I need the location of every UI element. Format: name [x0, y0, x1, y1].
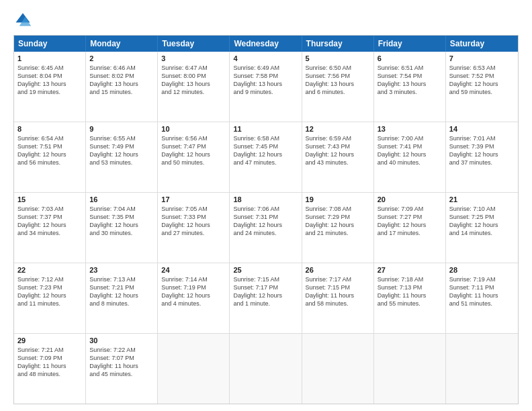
calendar-row: 1Sunrise: 6:45 AMSunset: 8:04 PMDaylight… — [14, 52, 518, 122]
calendar-day: 15Sunrise: 7:03 AMSunset: 7:37 PMDayligh… — [14, 193, 86, 263]
calendar-day: 23Sunrise: 7:13 AMSunset: 7:21 PMDayligh… — [86, 263, 158, 333]
calendar-day: 8Sunrise: 6:54 AMSunset: 7:51 PMDaylight… — [14, 122, 86, 192]
calendar-day: 9Sunrise: 6:55 AMSunset: 7:49 PMDaylight… — [86, 122, 158, 192]
calendar-day: 27Sunrise: 7:18 AMSunset: 7:13 PMDayligh… — [374, 263, 446, 333]
calendar-day: 7Sunrise: 6:53 AMSunset: 7:52 PMDaylight… — [446, 52, 518, 122]
calendar-day — [446, 334, 518, 404]
calendar-day: 13Sunrise: 7:00 AMSunset: 7:41 PMDayligh… — [374, 122, 446, 192]
header-day-thursday: Thursday — [302, 36, 374, 52]
calendar-row: 22Sunrise: 7:12 AMSunset: 7:23 PMDayligh… — [14, 263, 518, 333]
calendar-day: 28Sunrise: 7:19 AMSunset: 7:11 PMDayligh… — [446, 263, 518, 333]
calendar-day: 21Sunrise: 7:10 AMSunset: 7:25 PMDayligh… — [446, 193, 518, 263]
calendar-row: 8Sunrise: 6:54 AMSunset: 7:51 PMDaylight… — [14, 122, 518, 192]
header-day-monday: Monday — [86, 36, 158, 52]
calendar-day: 10Sunrise: 6:56 AMSunset: 7:47 PMDayligh… — [158, 122, 230, 192]
calendar-day: 16Sunrise: 7:04 AMSunset: 7:35 PMDayligh… — [86, 193, 158, 263]
calendar-day: 4Sunrise: 6:49 AMSunset: 7:58 PMDaylight… — [230, 52, 302, 122]
calendar-body: 1Sunrise: 6:45 AMSunset: 8:04 PMDaylight… — [14, 52, 518, 404]
header-day-tuesday: Tuesday — [158, 36, 230, 52]
header-day-wednesday: Wednesday — [230, 36, 302, 52]
calendar-day — [302, 334, 374, 404]
calendar-day — [374, 334, 446, 404]
calendar-grid: SundayMondayTuesdayWednesdayThursdayFrid… — [13, 35, 519, 404]
calendar-day: 26Sunrise: 7:17 AMSunset: 7:15 PMDayligh… — [302, 263, 374, 333]
calendar-day — [230, 334, 302, 404]
calendar-row: 29Sunrise: 7:21 AMSunset: 7:09 PMDayligh… — [14, 333, 518, 404]
calendar-header: SundayMondayTuesdayWednesdayThursdayFrid… — [14, 36, 518, 52]
calendar-row: 15Sunrise: 7:03 AMSunset: 7:37 PMDayligh… — [14, 192, 518, 263]
calendar-day: 14Sunrise: 7:01 AMSunset: 7:39 PMDayligh… — [446, 122, 518, 192]
calendar-day: 19Sunrise: 7:08 AMSunset: 7:29 PMDayligh… — [302, 193, 374, 263]
calendar-day: 1Sunrise: 6:45 AMSunset: 8:04 PMDaylight… — [14, 52, 86, 122]
calendar-page: SundayMondayTuesdayWednesdayThursdayFrid… — [0, 0, 532, 411]
calendar-day: 18Sunrise: 7:06 AMSunset: 7:31 PMDayligh… — [230, 193, 302, 263]
logo-icon — [13, 11, 32, 30]
calendar-day: 30Sunrise: 7:22 AMSunset: 7:07 PMDayligh… — [86, 334, 158, 404]
calendar-day: 29Sunrise: 7:21 AMSunset: 7:09 PMDayligh… — [14, 334, 86, 404]
calendar-day: 24Sunrise: 7:14 AMSunset: 7:19 PMDayligh… — [158, 263, 230, 333]
calendar-day: 25Sunrise: 7:15 AMSunset: 7:17 PMDayligh… — [230, 263, 302, 333]
header-day-saturday: Saturday — [446, 36, 518, 52]
calendar-day: 2Sunrise: 6:46 AMSunset: 8:02 PMDaylight… — [86, 52, 158, 122]
calendar-day — [158, 334, 230, 404]
calendar-day: 20Sunrise: 7:09 AMSunset: 7:27 PMDayligh… — [374, 193, 446, 263]
calendar-day: 6Sunrise: 6:51 AMSunset: 7:54 PMDaylight… — [374, 52, 446, 122]
calendar-day: 22Sunrise: 7:12 AMSunset: 7:23 PMDayligh… — [14, 263, 86, 333]
header-day-sunday: Sunday — [14, 36, 86, 52]
header-day-friday: Friday — [374, 36, 446, 52]
calendar-day: 17Sunrise: 7:05 AMSunset: 7:33 PMDayligh… — [158, 193, 230, 263]
page-header — [13, 11, 519, 30]
logo — [13, 11, 35, 30]
calendar-day: 3Sunrise: 6:47 AMSunset: 8:00 PMDaylight… — [158, 52, 230, 122]
calendar-day: 12Sunrise: 6:59 AMSunset: 7:43 PMDayligh… — [302, 122, 374, 192]
calendar-day: 11Sunrise: 6:58 AMSunset: 7:45 PMDayligh… — [230, 122, 302, 192]
calendar-day: 5Sunrise: 6:50 AMSunset: 7:56 PMDaylight… — [302, 52, 374, 122]
